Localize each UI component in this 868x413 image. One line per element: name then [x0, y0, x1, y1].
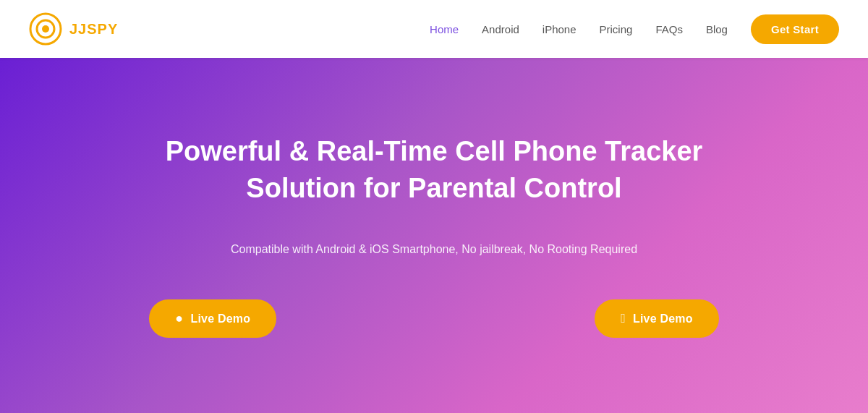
logo-text: JJSPY	[69, 21, 118, 38]
header: JJSPY Home Android iPhone Pricing FAQs B…	[0, 0, 868, 58]
android-icon: ●	[175, 311, 183, 326]
hero-title: Powerful & Real-Time Cell Phone Tracker …	[145, 133, 723, 208]
hero-subtitle: Compatible with Android & iOS Smartphone…	[231, 243, 637, 256]
logo[interactable]: JJSPY	[29, 12, 118, 46]
nav-item-android[interactable]: Android	[482, 23, 519, 35]
nav-item-iphone[interactable]: iPhone	[542, 23, 576, 35]
hero-buttons: ● Live Demo  Live Demo	[149, 299, 718, 338]
ios-demo-button[interactable]:  Live Demo	[595, 299, 719, 338]
nav-item-home[interactable]: Home	[430, 23, 459, 35]
apple-icon: 	[621, 311, 626, 326]
get-start-button[interactable]: Get Start	[751, 14, 839, 44]
android-demo-label: Live Demo	[190, 312, 250, 325]
ios-demo-label: Live Demo	[633, 312, 693, 325]
nav-item-blog[interactable]: Blog	[706, 23, 728, 35]
svg-point-2	[42, 25, 49, 33]
nav-item-pricing[interactable]: Pricing	[600, 23, 633, 35]
hero-section: Powerful & Real-Time Cell Phone Tracker …	[0, 58, 868, 413]
nav-item-faqs[interactable]: FAQs	[655, 23, 683, 35]
logo-icon	[29, 12, 62, 46]
main-nav: Home Android iPhone Pricing FAQs Blog Ge…	[430, 14, 839, 44]
android-demo-button[interactable]: ● Live Demo	[149, 299, 276, 338]
